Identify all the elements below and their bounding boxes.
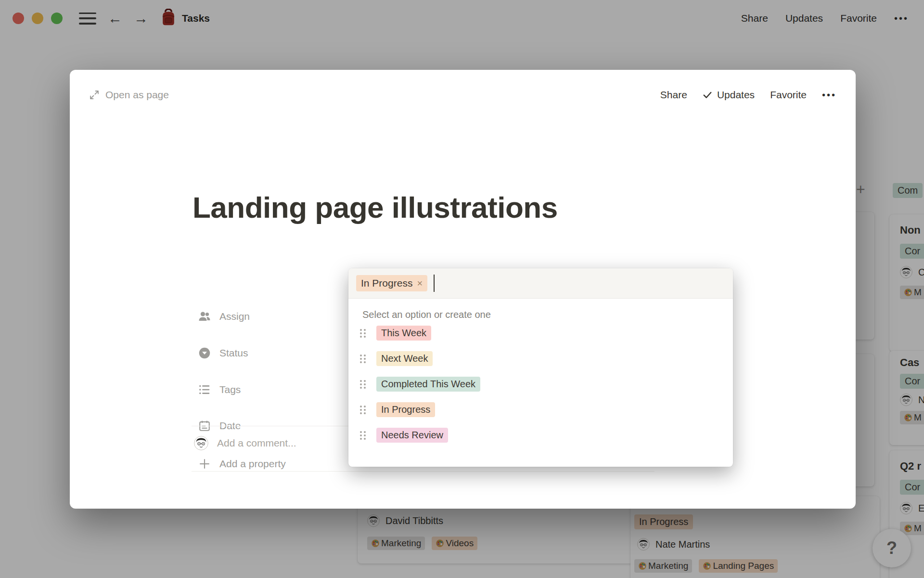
modal-header: Open as page Share Updates Favorite ••• xyxy=(89,85,836,105)
open-as-page-button[interactable]: Open as page xyxy=(89,89,169,101)
status-option-in-progress[interactable]: In Progress xyxy=(348,397,733,422)
status-option-next-week[interactable]: Next Week xyxy=(348,346,733,371)
modal-more-button[interactable]: ••• xyxy=(822,90,836,101)
add-property-button[interactable]: Add a property xyxy=(198,454,286,473)
list-icon xyxy=(198,383,211,396)
drag-handle-icon[interactable] xyxy=(360,406,366,414)
property-row-status[interactable]: Status xyxy=(198,343,248,363)
status-dropdown-icon xyxy=(198,347,211,359)
property-row-assign[interactable]: Assign Cory Etzkorn xyxy=(198,307,250,326)
modal-updates-button[interactable]: Updates xyxy=(703,89,755,101)
divider xyxy=(192,471,654,472)
avatar xyxy=(194,436,208,450)
status-option-this-week[interactable]: This Week xyxy=(348,320,733,346)
expand-icon xyxy=(89,90,100,100)
check-icon xyxy=(703,90,712,100)
modal-actions: Share Updates Favorite ••• xyxy=(660,89,836,101)
add-comment-input[interactable]: Add a comment... xyxy=(194,434,296,453)
selected-status-tag[interactable]: In Progress × xyxy=(356,275,427,291)
drag-handle-icon[interactable] xyxy=(360,431,366,440)
status-search-input[interactable]: In Progress × xyxy=(348,268,733,299)
page-title[interactable]: Landing page illustrations xyxy=(192,190,558,224)
people-icon xyxy=(198,310,211,323)
status-option-needs-review[interactable]: Needs Review xyxy=(348,422,733,448)
drag-handle-icon[interactable] xyxy=(360,329,366,338)
drag-handle-icon[interactable] xyxy=(360,380,366,389)
status-option-completed-this-week[interactable]: Completed This Week xyxy=(348,371,733,397)
plus-icon xyxy=(198,458,211,470)
property-row-tags[interactable]: Tags xyxy=(198,380,241,399)
remove-tag-icon[interactable]: × xyxy=(417,278,423,289)
comment-placeholder: Add a comment... xyxy=(217,437,296,449)
modal-share-button[interactable]: Share xyxy=(660,89,687,101)
status-dropdown: In Progress × Select an option or create… xyxy=(348,268,733,467)
app-window: ← → Tasks Share Updates Favorite ••• + C… xyxy=(0,0,924,578)
drag-handle-icon[interactable] xyxy=(360,355,366,363)
modal-favorite-button[interactable]: Favorite xyxy=(770,89,807,101)
text-cursor xyxy=(434,275,435,292)
dropdown-hint: Select an option or create one xyxy=(362,309,733,320)
